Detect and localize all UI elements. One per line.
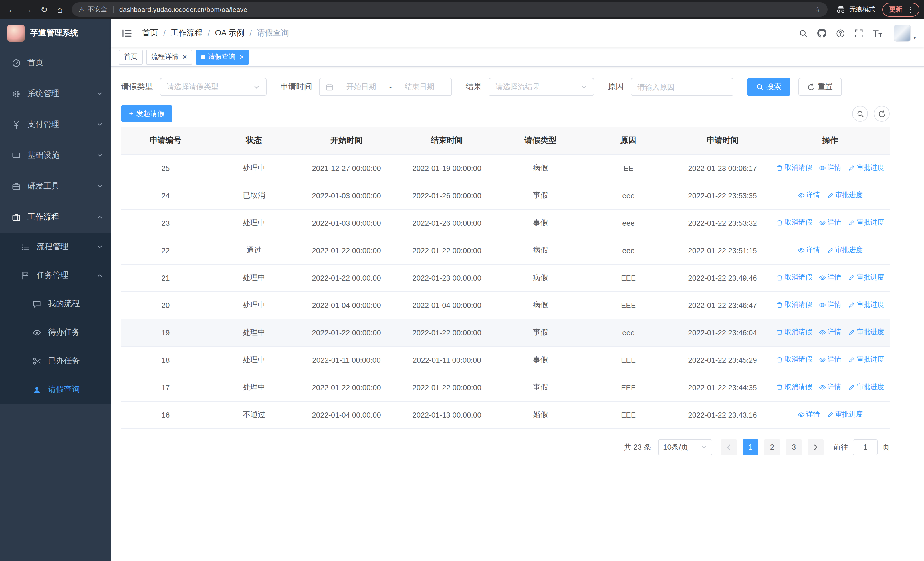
sidebar-item-infrastructure[interactable]: 基础设施 [0, 140, 111, 171]
cancel-leave-link[interactable]: 取消请假 [776, 300, 812, 310]
detail-link[interactable]: 详情 [819, 273, 841, 283]
sidebar-item-dev-tools[interactable]: 研发工具 [0, 171, 111, 202]
create-leave-button[interactable]: + 发起请假 [121, 105, 172, 122]
avatar-image [894, 24, 911, 42]
incognito-label: 无痕模式 [849, 5, 876, 14]
detail-link[interactable]: 详情 [819, 163, 841, 173]
search-toggle-button[interactable] [852, 106, 868, 122]
cancel-leave-link[interactable]: 取消请假 [776, 163, 812, 173]
browser-reload-button[interactable]: ↻ [36, 2, 51, 17]
reset-button[interactable]: 重置 [798, 78, 842, 96]
approval-progress-link[interactable]: 审批进度 [848, 382, 884, 392]
sidebar-item-leave-query[interactable]: 请假查询 [0, 375, 111, 404]
tab-home[interactable]: 首页 [119, 50, 142, 64]
cancel-leave-link[interactable]: 取消请假 [776, 328, 812, 337]
detail-link[interactable]: 详情 [819, 328, 841, 337]
sidebar-item-process-mgmt[interactable]: 流程管理 [0, 233, 111, 261]
reason-input[interactable] [631, 78, 734, 96]
cell-status: 处理中 [210, 319, 298, 346]
cell-status: 处理中 [210, 346, 298, 374]
browser-forward-button[interactable]: → [21, 2, 35, 17]
cell-apply_time: 2022-01-22 23:46:04 [675, 319, 771, 346]
page-button-1[interactable]: 1 [742, 439, 759, 455]
tab-process-detail[interactable]: 流程详情 × [146, 50, 192, 64]
breadcrumb-item-workflow[interactable]: 工作流程 [171, 28, 202, 38]
cancel-leave-link[interactable]: 取消请假 [776, 382, 812, 392]
active-tab-dot [201, 54, 205, 59]
gear-icon [11, 89, 21, 98]
fullscreen-icon[interactable] [855, 29, 863, 38]
cancel-leave-link[interactable]: 取消请假 [776, 273, 812, 283]
sidebar-item-home[interactable]: 首页 [0, 47, 111, 78]
detail-link[interactable]: 详情 [819, 382, 841, 392]
approval-progress-link[interactable]: 审批进度 [848, 328, 884, 337]
cell-reason: EEE [582, 346, 675, 374]
result-select[interactable]: 请选择流结果 [489, 78, 594, 96]
cancel-leave-link[interactable]: 取消请假 [776, 218, 812, 228]
detail-link[interactable]: 详情 [798, 245, 820, 255]
help-icon[interactable] [836, 29, 845, 38]
workflow-submenu: 流程管理 任务管理 我的流程 待办任务 [0, 233, 111, 404]
chevron-down-icon [97, 183, 103, 189]
sidebar-toggle-button[interactable] [119, 28, 135, 39]
close-icon[interactable]: × [183, 53, 187, 60]
search-icon[interactable] [799, 29, 808, 38]
font-size-icon[interactable] [873, 29, 883, 38]
cell-reason: EEE [582, 291, 675, 319]
cancel-leave-link-icon [776, 356, 783, 363]
bookmark-star-icon[interactable]: ☆ [814, 5, 821, 14]
sidebar-item-task-mgmt[interactable]: 任务管理 [0, 261, 111, 290]
sidebar-item-workflow[interactable]: 工作流程 [0, 202, 111, 233]
approval-progress-link[interactable]: 审批进度 [848, 163, 884, 173]
reason-label: 原因 [608, 82, 624, 92]
url-bar[interactable]: ⚠ 不安全 dashboard.yudao.iocoder.cn/bpm/oa/… [72, 2, 828, 17]
sidebar-item-system-mgmt[interactable]: 系统管理 [0, 78, 111, 109]
search-button[interactable]: 搜索 [747, 78, 790, 96]
cell-start: 2022-01-04 00:00:00 [298, 401, 395, 429]
detail-link[interactable]: 详情 [819, 218, 841, 228]
goto-page-input[interactable] [853, 439, 878, 455]
approval-progress-link[interactable]: 审批进度 [827, 191, 862, 200]
approval-progress-link[interactable]: 审批进度 [827, 245, 862, 255]
browser-update-button[interactable]: 更新 ⋮ [882, 3, 920, 16]
next-page-button[interactable] [808, 439, 824, 455]
date-range-picker[interactable]: 开始日期 - 结束日期 [319, 78, 452, 96]
page-button-2[interactable]: 2 [764, 439, 780, 455]
detail-link[interactable]: 详情 [798, 410, 820, 420]
logo[interactable]: 芋道管理系统 [0, 19, 111, 47]
approval-progress-link[interactable]: 审批进度 [848, 218, 884, 228]
detail-link[interactable]: 详情 [819, 355, 841, 365]
browser-home-button[interactable]: ⌂ [52, 2, 68, 17]
page-size-select[interactable]: 10条/页 [658, 439, 712, 455]
security-chip[interactable]: ⚠ 不安全 [79, 5, 107, 14]
cell-id: 16 [121, 401, 210, 429]
detail-link[interactable]: 详情 [819, 300, 841, 310]
sidebar-item-todo-tasks[interactable]: 待办任务 [0, 318, 111, 347]
github-icon[interactable] [818, 29, 827, 38]
sidebar-item-label: 我的流程 [48, 299, 80, 309]
refresh-table-button[interactable] [874, 106, 890, 122]
cancel-leave-link[interactable]: 取消请假 [776, 355, 812, 365]
close-icon[interactable]: × [239, 53, 244, 60]
prev-page-button[interactable] [721, 439, 737, 455]
approval-progress-link[interactable]: 审批进度 [848, 300, 884, 310]
sidebar-item-my-process[interactable]: 我的流程 [0, 290, 111, 318]
user-avatar[interactable]: ▾ [894, 24, 916, 42]
breadcrumb-item-oa-example[interactable]: OA 示例 [215, 28, 244, 38]
browser-menu-icon[interactable]: ⋮ [905, 5, 916, 14]
page-button-3[interactable]: 3 [786, 439, 802, 455]
breadcrumb-item-home[interactable]: 首页 [142, 28, 158, 38]
browser-back-button[interactable]: ← [4, 2, 20, 17]
sidebar-item-label: 流程管理 [36, 242, 69, 252]
cell-reason: EEE [582, 264, 675, 291]
detail-link[interactable]: 详情 [798, 191, 820, 200]
approval-progress-link[interactable]: 审批进度 [848, 355, 884, 365]
sidebar-item-payment-mgmt[interactable]: 支付管理 [0, 109, 111, 140]
leave-type-select[interactable]: 请选择请假类型 [160, 78, 267, 96]
chevron-down-icon [701, 444, 707, 450]
approval-progress-link[interactable]: 审批进度 [827, 410, 862, 420]
approval-progress-link[interactable]: 审批进度 [848, 273, 884, 283]
tab-leave-query[interactable]: 请假查询 × [195, 50, 249, 64]
cell-apply_time: 2022-01-22 23:46:47 [675, 291, 771, 319]
sidebar-item-done-tasks[interactable]: 已办任务 [0, 347, 111, 375]
